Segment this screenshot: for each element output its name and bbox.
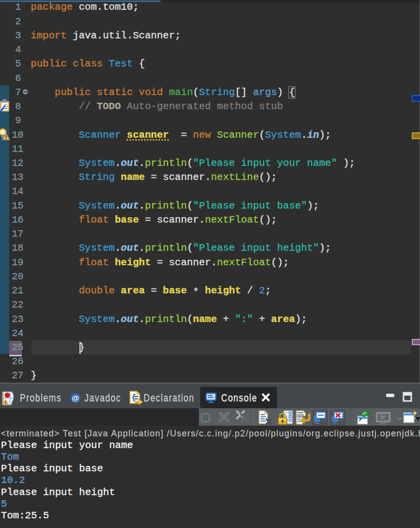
svg-text:@: @ [72,394,79,402]
svg-text:{: { [131,394,136,402]
